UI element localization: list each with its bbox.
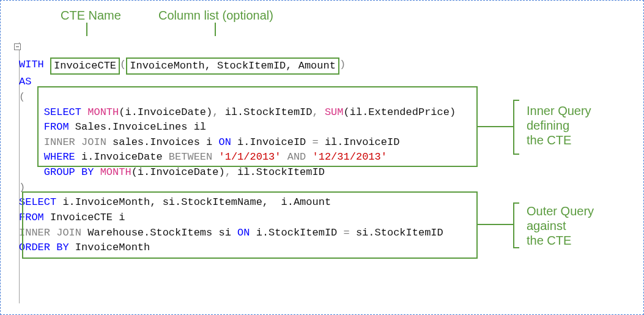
box-column-list: InvoiceMonth, StockItemID, Amount bbox=[126, 57, 339, 75]
connector-outer bbox=[478, 224, 514, 225]
annotation-column-list: Column list (optional) bbox=[158, 7, 273, 24]
bracket-outer bbox=[513, 202, 514, 248]
box-inner-query bbox=[37, 86, 478, 167]
kw-as: AS bbox=[19, 76, 31, 87]
tick-cte-name bbox=[86, 23, 87, 36]
annotation-cte-name: CTE Name bbox=[61, 7, 121, 24]
label-inner-query: Inner Query defining the CTE bbox=[527, 103, 591, 147]
box-outer-query bbox=[22, 191, 478, 259]
connector-inner bbox=[478, 126, 514, 127]
box-cte-name: InvoiceCTE bbox=[50, 57, 120, 75]
label-outer-query: Outer Query against the CTE bbox=[527, 204, 594, 248]
paren-close: ) bbox=[339, 59, 346, 70]
diagram-frame: CTE Name Column list (optional) WITH Inv… bbox=[0, 0, 644, 315]
paren-open: ( bbox=[120, 59, 126, 70]
tick-column-list bbox=[215, 23, 216, 36]
kw-with: WITH bbox=[19, 59, 44, 70]
bracket-inner bbox=[513, 100, 514, 155]
